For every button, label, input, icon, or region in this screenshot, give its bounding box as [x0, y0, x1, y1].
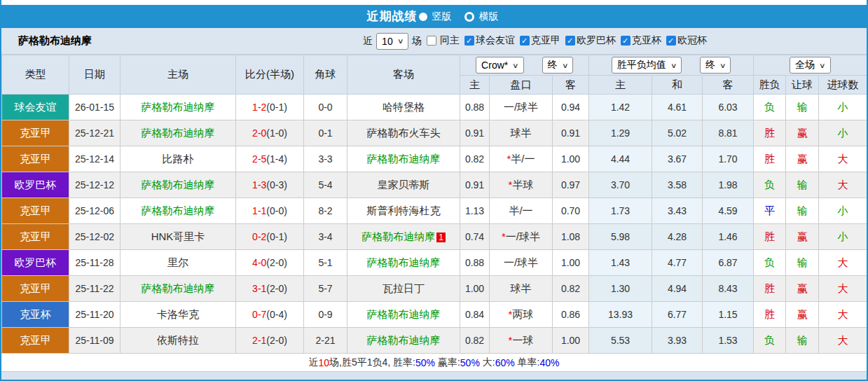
layout-radio-group: 竖版横版 — [418, 10, 502, 23]
avg-win-odds: 1.43 — [589, 250, 652, 276]
recent-results-panel: 近期战绩 竖版横版 萨格勒布迪纳摩 近 10 ∨ 场 同主球会友谊克亚甲欧罗巴杯… — [0, 0, 868, 381]
radio-unselected-icon[interactable] — [464, 12, 474, 22]
match-score: 2-0(1-0) — [236, 120, 304, 146]
avg-type-value: 胜平负均值 — [617, 59, 666, 71]
handicap-home-odds: 1.13 — [460, 198, 490, 224]
match-score: 1-3(0-3) — [236, 172, 304, 198]
checkbox-label[interactable]: 球会友谊 — [476, 34, 515, 47]
subheader-result: 胜负 — [754, 76, 786, 95]
checkbox-icon[interactable] — [427, 36, 436, 46]
scope-select[interactable]: 全场 ∨ — [790, 57, 830, 74]
handicap-home-odds: 0.82 — [460, 146, 490, 172]
home-team: 萨格勒布迪纳摩 — [120, 120, 236, 146]
filter-checkbox-checked[interactable]: 克亚甲 — [520, 34, 560, 47]
avg-lose-odds: 1.70 — [703, 146, 754, 172]
away-team: 哈特堡格 — [347, 95, 460, 120]
away-team-name: 萨格勒布迪纳摩 — [367, 334, 441, 346]
handicap-away-odds: 0.70 — [553, 198, 589, 224]
result-handicap: 输 — [786, 250, 819, 276]
filter-checkbox-checked[interactable]: 欧罗巴杯 — [565, 34, 616, 47]
avg-type-select[interactable]: 胜平负均值 ∨ — [612, 57, 682, 74]
match-score: 1-2(0-1) — [236, 95, 304, 120]
halftime-score: (1-0) — [266, 127, 287, 139]
filter-checkbox-checked[interactable]: 克亚杯 — [621, 34, 661, 47]
filter-checkbox-checked[interactable]: 欧冠杯 — [666, 34, 707, 47]
away-team: 萨格勒布迪纳摩 — [347, 302, 460, 328]
result-handicap: 赢 — [786, 146, 819, 172]
checkbox-icon[interactable] — [621, 36, 631, 46]
away-team-name: 斯普利特海杜克 — [367, 205, 441, 216]
checkbox-icon[interactable] — [464, 36, 474, 46]
handicap-header-group: Crow* ∨ 终 ∨ — [460, 55, 589, 76]
checkbox-icon[interactable] — [565, 36, 575, 46]
corners: 3-3 — [304, 146, 347, 172]
filter-checkbox-unchecked[interactable]: 同主 — [427, 34, 460, 47]
checkbox-label[interactable]: 欧冠杯 — [677, 34, 707, 47]
result-wdl: 负 — [754, 172, 786, 198]
summary-segment: 场,胜5平1负4, 胜率: — [329, 356, 415, 369]
radio-label[interactable]: 竖版 — [432, 11, 452, 22]
checkbox-label[interactable]: 同主 — [440, 34, 460, 47]
avg-lose-odds: 8.81 — [703, 120, 754, 146]
radio-label[interactable]: 横版 — [479, 11, 499, 22]
handicap-text: 一/球半 — [506, 230, 540, 242]
home-team: HNK哥里卡 — [120, 224, 236, 250]
corners: 0-9 — [304, 302, 347, 328]
odds-company-value: Crow* — [481, 60, 508, 71]
avg-lose-odds: 6.03 — [703, 95, 754, 120]
handicap-home-odds: 0.91 — [460, 172, 490, 198]
radio-selected-icon[interactable] — [419, 13, 427, 21]
fulltime-score: 4-0 — [252, 257, 266, 268]
fulltime-score: 0-7 — [252, 309, 266, 320]
away-team-name: 萨格勒布迪纳摩 — [361, 230, 435, 242]
away-team: 斯普利特海杜克 — [347, 198, 460, 224]
handicap-line: *一球 — [490, 328, 553, 354]
avg-draw-odds: 4.77 — [652, 250, 703, 276]
corners: 5-4 — [304, 172, 347, 198]
recent-count-select[interactable]: 10 ∨ — [376, 33, 408, 50]
handicap-line: 一/球半 — [490, 95, 553, 120]
match-score: 4-0(2-0) — [236, 250, 304, 276]
avg-stage-select[interactable]: 终 ∨ — [700, 57, 731, 74]
match-date: 25-11-20 — [69, 302, 120, 328]
odds-stage-select[interactable]: 终 ∨ — [542, 57, 573, 74]
home-team: 萨格勒布迪纳摩 — [120, 198, 236, 224]
halftime-score: (2-0) — [266, 283, 287, 294]
fulltime-score: 2-5 — [252, 153, 266, 165]
summary-segment: 赢率: — [435, 356, 460, 369]
chevron-down-icon: ∨ — [719, 62, 726, 69]
subheader-handicap-line: 盘口 — [490, 76, 553, 95]
handicap-home-odds: 0.82 — [460, 328, 490, 354]
away-team: 皇家贝蒂斯 — [347, 172, 460, 198]
corners: 0-1 — [304, 120, 347, 146]
halftime-score: (0-3) — [266, 179, 287, 190]
match-score: 0-7(0-4) — [236, 302, 304, 328]
league-badge: 球会友谊 — [2, 95, 69, 120]
checkbox-label[interactable]: 克亚甲 — [531, 34, 560, 47]
away-team: 萨格勒布火车头 — [347, 120, 460, 146]
checkbox-label[interactable]: 欧罗巴杯 — [577, 34, 616, 47]
away-team-name: 瓦拉日丁 — [383, 282, 425, 294]
header-home: 主场 — [120, 55, 236, 95]
avg-lose-odds: 1.15 — [703, 302, 754, 328]
fulltime-score: 1-3 — [252, 179, 266, 190]
avg-win-odds: 13.93 — [589, 302, 652, 328]
handicap-home-odds: 0.74 — [460, 224, 490, 250]
away-team: 瓦拉日丁 — [347, 276, 460, 302]
halftime-score: (0-1) — [266, 102, 287, 113]
odds-company-select[interactable]: Crow* ∨ — [476, 57, 523, 74]
handicap-away-odds: 1.00 — [553, 328, 589, 354]
checkbox-label[interactable]: 克亚杯 — [632, 34, 661, 47]
summary-segment: 大: — [480, 356, 495, 369]
handicap-line: *半/一 — [490, 146, 553, 172]
handicap-home-odds: 0.84 — [460, 302, 490, 328]
filter-checkbox-checked[interactable]: 球会友谊 — [464, 34, 515, 47]
avg-draw-odds: 4.94 — [652, 276, 703, 302]
away-team: 萨格勒布迪纳摩 — [347, 146, 460, 172]
checkbox-icon[interactable] — [666, 36, 676, 46]
checkbox-icon[interactable] — [520, 36, 530, 46]
chevron-down-icon: ∨ — [670, 62, 677, 69]
chevron-down-icon: ∨ — [561, 62, 568, 69]
table-row: 欧罗巴杯 25-11-28 里尔 4-0(2-0) 5-1 萨格勒布迪纳摩 0.… — [2, 250, 867, 276]
handicap-text: 一球 — [512, 334, 533, 346]
